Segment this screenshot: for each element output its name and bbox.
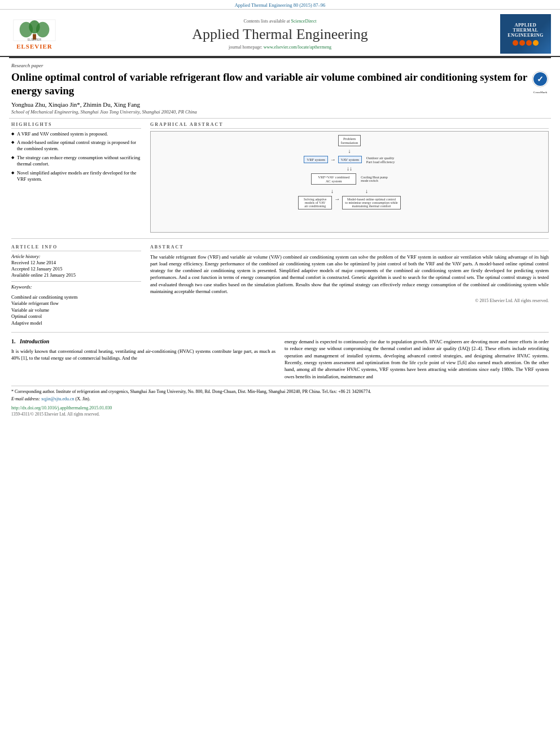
highlights-list: A VRF and VAV combined system is propose… — [11, 131, 141, 183]
right-labels: Outdoor air quality Part load efficiency — [366, 156, 395, 164]
elsevier-tree-icon: ELSEVIER — [12, 19, 57, 42]
abstract-section: ABSTRACT The variable refrigerant flow (… — [150, 244, 549, 304]
article-info-section: ARTICLE INFO Article history: Received 1… — [11, 244, 141, 326]
badge-circles — [513, 40, 539, 46]
arrow-down-1: ↓ — [348, 148, 351, 154]
graphical-diagram: Problemformulation ↓ VRF system → VAV sy… — [154, 135, 545, 229]
applied-thermal-badge: APPLIED THERMAL ENGINEERING — [500, 14, 551, 54]
left-column: HIGHLIGHTS A VRF and VAV combined system… — [11, 122, 141, 233]
combined-ac-box: VRF+VAV combinedAC system — [311, 173, 356, 185]
available-date: Available online 21 January 2015 — [11, 272, 141, 278]
received-date: Received 12 June 2014 — [11, 260, 141, 265]
keyword-4: Optimal control — [11, 313, 141, 319]
header-area: ELSEVIER ELSEVIER Contents lists availab… — [0, 10, 560, 57]
graphical-abstract-box: Problemformulation ↓ VRF system → VAV sy… — [150, 131, 549, 233]
elsevier-logo: ELSEVIER ELSEVIER — [9, 19, 60, 50]
introduction-section: 1. Introduction It is widely known that … — [11, 338, 549, 380]
journal-url[interactable]: www.elsevier.com/locate/apthermeng — [264, 45, 331, 50]
copyright-footer: 1359-4311/© 2015 Elsevier Ltd. All right… — [11, 412, 549, 417]
keyword-1: Combined air conditioning system — [11, 294, 141, 300]
arrow-down-2: ↓↓ — [347, 165, 352, 172]
vrf-system-box: VRF system — [304, 156, 327, 163]
doi-line: http://dx.doi.org/10.1016/j.applthermale… — [11, 405, 549, 410]
accepted-date: Accepted 12 January 2015 — [11, 266, 141, 272]
footnote-email-line: E-mail address: xqjin@sjtu.edu.cn (X. Ji… — [11, 396, 549, 402]
badge-line-1: APPLIED — [515, 23, 537, 28]
article-info-label: ARTICLE INFO — [11, 244, 141, 251]
highlight-item-4: Novel simplified adaptive models are fir… — [11, 170, 141, 183]
journal-citation: Applied Thermal Engineering 80 (2015) 87… — [235, 2, 326, 8]
intro-right-column: energy demand is expected to continuousl… — [285, 338, 549, 380]
crossmark-badge: ✓ CrossMark — [532, 71, 549, 88]
elsevier-wordmark: ELSEVIER — [16, 43, 53, 50]
badge-line-2: THERMAL — [513, 28, 539, 33]
combined-labels: Cooling/Heat pump mode switch — [361, 176, 388, 182]
keyword-3: Variable air volume — [11, 307, 141, 313]
badge-line-3: ENGINEERING — [508, 33, 543, 38]
journal-homepage-line: journal homepage: www.elsevier.com/locat… — [60, 45, 500, 50]
footnote-email-link[interactable]: xqjin@sjtu.edu.cn — [41, 396, 74, 401]
svg-text:✓: ✓ — [537, 75, 544, 84]
footnote-section: * Corresponding author. Institute of ref… — [11, 386, 549, 402]
arrow-right-1: → — [330, 156, 336, 163]
abstract-column: ABSTRACT The variable refrigerant flow (… — [150, 244, 549, 327]
intro-paragraph-right: energy demand is expected to continuousl… — [285, 338, 549, 380]
sciencedirect-link[interactable]: ScienceDirect — [291, 19, 317, 24]
article-title-text: Online optimal control of variable refri… — [11, 71, 527, 98]
arrow-right-2: → — [334, 196, 340, 202]
highlight-item-3: The strategy can reduce energy consumpti… — [11, 155, 141, 168]
affiliation-line: School of Mechanical Engineering, Shangh… — [11, 109, 549, 115]
contents-available-line: Contents lists available at ScienceDirec… — [60, 19, 500, 24]
right-column: GRAPHICAL ABSTRACT Problemformulation ↓ … — [150, 122, 549, 233]
abstract-label: ABSTRACT — [150, 244, 549, 251]
svg-text:ELSEVIER: ELSEVIER — [28, 38, 41, 41]
introduction-heading: 1. Introduction — [11, 338, 275, 344]
optimal-control-box: Model-based online optimal controlto min… — [342, 196, 401, 209]
top-bar: Applied Thermal Engineering 80 (2015) 87… — [0, 0, 560, 10]
keywords-label: Keywords: — [11, 284, 141, 290]
intro-paragraph-left: It is widely known that conventional cen… — [11, 348, 275, 362]
article-title-row: Online optimal control of variable refri… — [11, 71, 549, 98]
graphical-abstract-label: GRAPHICAL ABSTRACT — [150, 122, 549, 129]
article-history-label: Article history: — [11, 254, 141, 259]
adaptive-model-box: Solving adaptivemodels of VAVair conditi… — [298, 196, 332, 209]
article-info-column: ARTICLE INFO Article history: Received 1… — [11, 244, 141, 327]
article-type-label: Research paper — [11, 63, 549, 68]
header-center: Contents lists available at ScienceDirec… — [60, 19, 500, 50]
keyword-2: Variable refrigerant flow — [11, 300, 141, 306]
highlights-label: HIGHLIGHTS — [11, 122, 141, 129]
graphical-abstract-section: GRAPHICAL ABSTRACT Problemformulation ↓ … — [150, 122, 549, 233]
keyword-5: Adaptive model — [11, 320, 141, 326]
svg-point-3 — [36, 21, 49, 37]
highlights-section: HIGHLIGHTS A VRF and VAV combined system… — [11, 122, 141, 183]
vav-system-box: VAV system — [338, 156, 362, 163]
highlight-item-1: A VRF and VAV combined system is propose… — [11, 131, 141, 137]
footnote-text: * Corresponding author. Institute of ref… — [11, 388, 549, 395]
problem-box: Problemformulation — [338, 135, 361, 146]
arrow-down-4: ↓ — [365, 188, 368, 194]
journal-title: Applied Thermal Engineering — [60, 26, 500, 43]
keywords-section: Combined air conditioning system Variabl… — [11, 294, 141, 326]
intro-left-column: 1. Introduction It is widely known that … — [11, 338, 275, 380]
copyright-line: © 2015 Elsevier Ltd. All rights reserved… — [150, 298, 549, 303]
abstract-text: The variable refrigerant flow (VRF) and … — [150, 254, 549, 295]
arrow-down-3: ↓ — [331, 188, 334, 194]
authors-line: Yonghua Zhu, Xinqiao Jin*, Zhimin Du, Xi… — [11, 101, 549, 108]
highlight-item-2: A model-based online optimal control str… — [11, 139, 141, 152]
